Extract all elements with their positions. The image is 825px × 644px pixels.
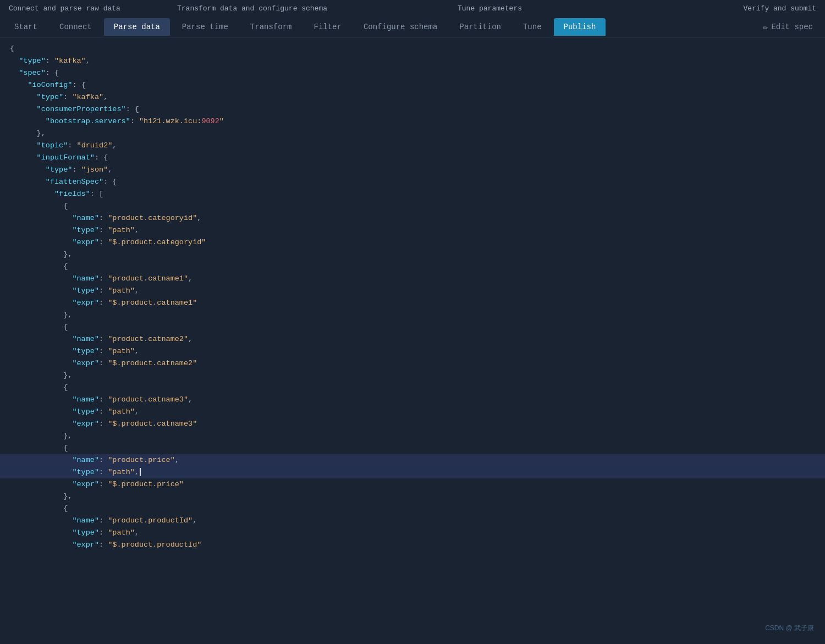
- code-line: },: [0, 309, 825, 321]
- code-line: "name": "product.catname3",: [0, 394, 825, 406]
- code-line: "expr": "$.product.catname1": [0, 297, 825, 309]
- tab-tune[interactable]: Tune: [513, 18, 552, 36]
- code-line: "type": "path",: [0, 406, 825, 418]
- code-line: "bootstrap.servers": "h121.wzk.icu:9092": [0, 115, 825, 128]
- tab-start[interactable]: Start: [4, 18, 47, 36]
- phase-label-1: Connect and parse raw data: [0, 4, 170, 13]
- tab-configure-schema[interactable]: Configure schema: [354, 18, 447, 36]
- edit-spec-icon: ✏️: [763, 21, 768, 32]
- phase-labels: Connect and parse raw data Transform dat…: [0, 0, 825, 15]
- code-line: "type": "json",: [0, 164, 825, 176]
- phase-label-2: Transform data and configure schema: [170, 4, 451, 13]
- code-line: },: [0, 370, 825, 382]
- tab-filter[interactable]: Filter: [304, 18, 351, 36]
- phase-label-4: Verify and submit: [572, 4, 825, 13]
- code-line: "type": "path",: [0, 345, 825, 357]
- code-line: {: [0, 503, 825, 515]
- code-line: {: [0, 442, 825, 454]
- code-line: "spec": {: [0, 67, 825, 79]
- code-line: "type": "path",: [0, 466, 825, 478]
- code-line: "inputFormat": {: [0, 152, 825, 164]
- code-line: },: [0, 491, 825, 503]
- code-line: "flattenSpec": {: [0, 176, 825, 188]
- edit-spec-label: Edit spec: [771, 23, 813, 31]
- code-line: "type": "path",: [0, 527, 825, 539]
- top-nav: Connect and parse raw data Transform dat…: [0, 0, 825, 37]
- watermark: CSDN @ 武子康: [765, 624, 814, 633]
- code-line: },: [0, 128, 825, 140]
- code-line: "type": "kafka",: [0, 55, 825, 67]
- code-line: "ioConfig": {: [0, 79, 825, 91]
- code-line: "type": "kafka",: [0, 91, 825, 103]
- code-line: },: [0, 430, 825, 442]
- code-line: {: [0, 200, 825, 212]
- code-line: "expr": "$.product.catname3": [0, 418, 825, 430]
- phase-label-3: Tune parameters: [451, 4, 572, 13]
- code-line: "fields": [: [0, 188, 825, 200]
- code-line: "name": "product.price",: [0, 454, 825, 466]
- code-line: "expr": "$.product.catname2": [0, 357, 825, 370]
- code-editor[interactable]: { "type": "kafka", "spec": { "ioConfig":…: [0, 37, 825, 620]
- code-line: "type": "path",: [0, 224, 825, 236]
- code-line: "name": "product.categoryid",: [0, 212, 825, 224]
- tab-parse-data[interactable]: Parse data: [104, 18, 170, 36]
- code-line: {: [0, 261, 825, 273]
- code-line: "expr": "$.product.price": [0, 478, 825, 491]
- edit-spec-button[interactable]: ✏️ Edit spec: [755, 17, 821, 37]
- tab-connect[interactable]: Connect: [50, 18, 102, 36]
- code-line: {: [0, 382, 825, 394]
- code-line: "name": "product.productId",: [0, 515, 825, 527]
- code-line: "consumerProperties": {: [0, 103, 825, 115]
- code-line: },: [0, 249, 825, 261]
- code-line: "expr": "$.product.categoryid": [0, 236, 825, 249]
- code-line: "name": "product.catname2",: [0, 333, 825, 345]
- tab-bar: Start Connect Parse data Parse time Tran…: [0, 15, 825, 37]
- code-line: "expr": "$.product.productId": [0, 539, 825, 551]
- code-line: "topic": "druid2",: [0, 140, 825, 152]
- code-line: {: [0, 43, 825, 55]
- tab-parse-time[interactable]: Parse time: [172, 18, 238, 36]
- tab-partition[interactable]: Partition: [449, 18, 511, 36]
- code-line: "name": "product.catname1",: [0, 273, 825, 285]
- code-line: "type": "path",: [0, 285, 825, 297]
- tab-publish[interactable]: Publish: [554, 18, 606, 36]
- code-line: {: [0, 321, 825, 333]
- tab-transform[interactable]: Transform: [240, 18, 302, 36]
